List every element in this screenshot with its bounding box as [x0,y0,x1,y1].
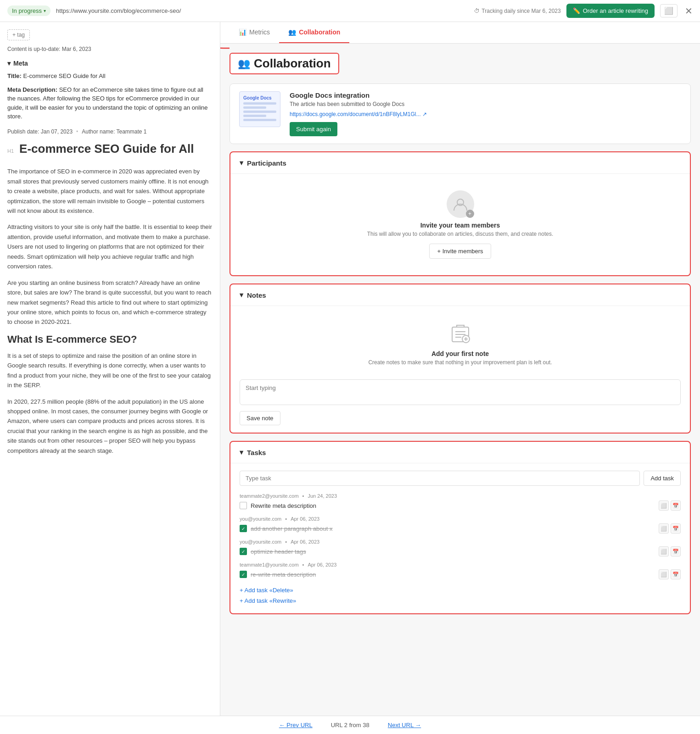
task-icons-1: ⬜ 📅 [659,500,681,511]
task-calendar-icon-3[interactable]: 📅 [671,546,681,556]
task-date-3: Apr 06, 2023 [291,539,319,545]
next-url-link[interactable]: Next URL → [388,722,421,728]
gdocs-desc: The article has been submitted to Google… [290,101,427,107]
task-meta-1: teammate2@yoursite.com • Jun 24, 2023 [240,493,681,499]
add-tag-button[interactable]: + tag [7,29,30,40]
task-dot-2: • [285,516,287,522]
gdocs-line-3 [243,111,276,113]
task-checkbox-2[interactable]: ✓ [240,525,247,532]
order-article-button[interactable]: ✏️ Order an article rewriting [566,4,655,18]
task-calendar-icon-2[interactable]: 📅 [671,523,681,534]
clipboard-icon [448,321,473,346]
task-checkbox-3[interactable]: ✓ [240,548,247,555]
url-bar: https://www.yoursite.com/blog/ecommerce-… [56,7,469,14]
meta-title-field: Title: E-commerce SEO Guide for All [7,72,213,81]
article-para-3: Are you starting an online business from… [7,278,213,327]
close-button[interactable]: ✕ [685,6,693,17]
notes-header[interactable]: ▾ Notes [230,284,690,306]
task-row-2: ✓ add another paragraph about x ⬜ 📅 [240,523,681,534]
clock-icon: ⏱ [474,8,480,14]
task-calendar-icon-1[interactable]: 📅 [671,500,681,511]
publish-date: Publish date: Jan 07, 2023 [7,128,73,135]
task-label-row-1: Rewrite meta description [240,502,659,509]
chevron-down-icon: ▾ [240,448,243,456]
task-date-2: Apr 06, 2023 [291,516,319,522]
task-text-1: Rewrite meta description [251,502,316,509]
prev-url-link[interactable]: ← Prev URL [279,722,313,728]
task-assign-icon-3[interactable]: ⬜ [659,546,669,556]
left-panel: + tag Content is up-to-date: Mar 6, 2023… [0,22,220,716]
gdocs-line-2 [243,106,266,109]
participants-empty-desc: This will allow you to collaborate on ar… [367,231,554,237]
task-input[interactable] [240,471,640,486]
tracking-text: Tracking daily since Mar 6, 2023 [482,8,560,14]
task-checkbox-1[interactable] [240,502,247,509]
meta-toggle-label: Meta [13,60,28,67]
task-row-1: Rewrite meta description ⬜ 📅 [240,500,681,511]
gdocs-preview-label: Google Docs [243,95,276,100]
task-assignee-3: you@yoursite.com [240,539,281,545]
submit-again-button[interactable]: Submit again [290,122,337,136]
tracking-info: ⏱ Tracking daily since Mar 6, 2023 [474,8,560,14]
mobile-preview-button[interactable]: ⬜ [660,4,678,17]
task-assignee-2: you@yoursite.com [240,516,281,522]
task-dot-4: • [302,562,304,567]
meta-toggle[interactable]: ▾ Meta [7,60,213,67]
task-calendar-icon-4[interactable]: 📅 [671,569,681,579]
task-assign-icon-2[interactable]: ⬜ [659,523,669,534]
external-link-icon: ↗ [422,111,427,117]
task-row-4: ✓ re-write meta description ⬜ 📅 [240,569,681,579]
article-para-2: Attracting visitors to your site is only… [7,222,213,271]
meta-desc-label: Meta Description: [7,86,57,93]
task-icons-2: ⬜ 📅 [659,523,681,534]
tabs-bar: 📊 Metrics 👥 Collaboration [220,22,700,44]
task-date-4: Apr 06, 2023 [308,562,336,567]
participants-heading: Participants [247,159,286,167]
status-badge[interactable]: In progress ▾ [7,6,50,16]
article-para-1: The importance of SEO in e-commerce in 2… [7,167,213,216]
notes-heading: Notes [247,291,266,299]
add-task-button[interactable]: Add task [644,471,681,486]
collab-icon: 👥 [288,28,296,36]
task-checkbox-4[interactable]: ✓ [240,571,247,578]
task-icons-4: ⬜ 📅 [659,569,681,579]
collab-header-box: 👥 Collaboration [230,53,339,74]
note-input[interactable] [240,379,681,405]
participants-empty-title: Invite your team members [420,222,500,229]
tab-metrics-label: Metrics [249,28,270,36]
gdocs-line-5 [243,119,276,121]
chevron-down-icon: ▾ [240,159,243,167]
tasks-heading: Tasks [247,449,266,456]
gdocs-link[interactable]: https://docs.google.com/document/d/1nBF8… [290,111,427,117]
h1-label: H1 [7,148,14,154]
tab-collab-label: Collaboration [299,28,340,36]
plus-badge: + [466,210,474,218]
meta-title-label: Title: [7,72,22,79]
add-task-rewrite-link[interactable]: + Add task «Rewrite» [240,595,681,606]
task-item: you@yoursite.com • Apr 06, 2023 ✓ optimi… [240,539,681,556]
tab-collaboration[interactable]: 👥 Collaboration [279,22,349,43]
participants-header[interactable]: ▾ Participants [230,152,690,174]
chevron-down-icon: ▾ [44,8,46,13]
metrics-icon: 📊 [239,28,246,36]
tasks-header[interactable]: ▾ Tasks [230,442,690,463]
content-date: Content is up-to-date: Mar 6, 2023 [7,46,213,52]
notes-body: Add your first note Create notes to make… [230,306,690,433]
gdocs-line-4 [243,115,266,117]
task-meta-2: you@yoursite.com • Apr 06, 2023 [240,516,681,522]
task-input-row: Add task [240,471,681,486]
invite-members-button[interactable]: + Invite members [429,244,491,259]
article-h1: E-commerce SEO Guide for All [19,141,194,157]
add-task-delete-link[interactable]: + Add task «Delete» [240,585,681,595]
top-bar: In progress ▾ https://www.yoursite.com/b… [0,0,700,22]
chevron-down-icon: ▾ [7,60,11,67]
task-assign-icon-4[interactable]: ⬜ [659,569,669,579]
task-assign-icon-1[interactable]: ⬜ [659,500,669,511]
task-item: you@yoursite.com • Apr 06, 2023 ✓ add an… [240,516,681,534]
save-note-button[interactable]: Save note [240,411,280,425]
task-label-row-2: ✓ add another paragraph about x [240,525,659,532]
status-text: In progress [12,7,42,14]
meta-desc-field: Meta Description: SEO for an eCommerce s… [7,85,213,121]
task-item: teammate1@yoursite.com • Apr 06, 2023 ✓ … [240,562,681,579]
participants-body: + Invite your team members This will all… [230,174,690,275]
